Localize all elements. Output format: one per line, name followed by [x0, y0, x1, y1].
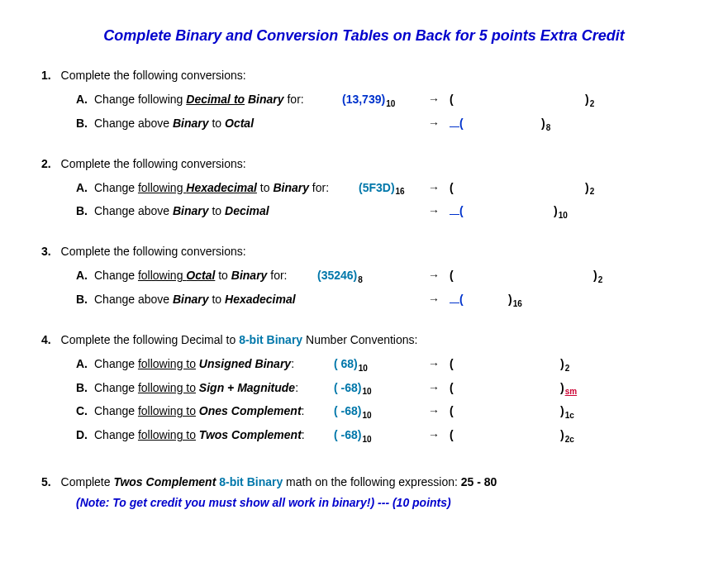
- q3a-pre: Change: [94, 269, 138, 282]
- question-1: 1. Complete the following conversions: A…: [41, 67, 687, 134]
- q1b-close-paren: ): [541, 117, 545, 130]
- q2-number: 2.: [41, 157, 51, 170]
- q1-header: 1. Complete the following conversions:: [41, 67, 687, 84]
- q1a-pre: Change following: [94, 93, 186, 106]
- q4-number: 4.: [41, 333, 51, 346]
- q4a-colon: :: [291, 357, 294, 370]
- arrow-icon: →: [428, 355, 446, 373]
- q4c-ones: Ones Complement: [196, 404, 302, 417]
- arrow-icon: →: [428, 426, 446, 444]
- q2-header: 2. Complete the following conversions:: [41, 155, 687, 173]
- q4b-label: B.: [76, 379, 88, 397]
- q3a-octal: Octal: [186, 269, 215, 282]
- q1b-blank-line: [450, 117, 459, 127]
- q2a-following: following: [138, 181, 186, 194]
- question-5: 5. Complete Twos Complement 8-bit Binary…: [41, 474, 687, 512]
- q4b-val-sub: 10: [362, 387, 371, 396]
- q4c-close-paren: ): [560, 404, 564, 417]
- q4-c: C. Change following to Ones Complement: …: [76, 403, 687, 422]
- q4a-following: following to: [138, 357, 196, 370]
- q4c-close: )1c: [560, 403, 574, 422]
- q1a-label: A.: [76, 91, 88, 108]
- q4b-close: )sm: [560, 379, 577, 398]
- q4-d: D. Change following to Twos Complement: …: [76, 426, 687, 445]
- q1b-label: B.: [76, 115, 88, 132]
- q2b-close-sub: 10: [559, 211, 568, 220]
- arrow-icon: →: [428, 115, 446, 132]
- q1-a: A. Change following Decimal to Binary fo…: [76, 91, 687, 110]
- q4c-val-sub: 10: [362, 411, 371, 420]
- q3-b: B. Change above Binary to Hexadecimal → …: [76, 291, 687, 310]
- q1a-post: for:: [284, 93, 304, 106]
- q4c-label: C.: [76, 403, 88, 420]
- q4a-value: ( 68)10: [334, 355, 425, 374]
- q4b-colon: :: [295, 381, 298, 394]
- q4c-colon: :: [302, 404, 305, 417]
- q2a-close-paren: ): [585, 181, 589, 194]
- q2b-mid: to: [209, 204, 225, 217]
- arrow-icon: →: [428, 267, 446, 284]
- arrow-icon: →: [428, 291, 446, 308]
- question-2: 2. Complete the following conversions: A…: [41, 155, 687, 222]
- q4d-close-paren: ): [560, 428, 564, 441]
- q4-header: 4. Complete the following Decimal to 8-b…: [41, 331, 687, 349]
- q4c-following: following to: [138, 404, 196, 417]
- q2-a: A. Change following Hexadecimal to Binar…: [76, 179, 687, 198]
- q4-header-pre: Complete the following Decimal to: [61, 333, 240, 346]
- q1a-binary: Binary: [245, 93, 283, 106]
- q2a-pre: Change: [94, 181, 138, 194]
- q4c-value: ( -68)10: [334, 403, 425, 422]
- q4d-val-sub: 10: [362, 435, 371, 444]
- q2b-pre: Change above: [94, 204, 173, 217]
- q2b-open-paren: (: [459, 202, 471, 220]
- q4d-close-sub: 2c: [565, 435, 574, 444]
- q3b-blank-line: [450, 293, 459, 303]
- q4c-pre: Change: [94, 404, 138, 417]
- q3a-binary: Binary: [231, 269, 268, 282]
- q4a-unsigned: Unsigned Binary: [196, 357, 291, 370]
- q4-header-post: Number Conventions:: [302, 333, 417, 346]
- q1b-close-sub: 8: [546, 123, 551, 132]
- q1b-octal: Octal: [225, 117, 254, 130]
- q5-twoscomp: Twos Complement: [113, 475, 216, 488]
- arrow-icon: →: [428, 403, 446, 420]
- q4d-twos: Twos Complement: [196, 428, 302, 441]
- q4c-val-num: ( -68): [334, 404, 361, 417]
- q5-header: 5. Complete Twos Complement 8-bit Binary…: [41, 474, 687, 491]
- q2-prompt: Complete the following conversions:: [61, 157, 246, 170]
- q4b-following: following to: [138, 381, 196, 394]
- q1a-close: )2: [585, 91, 594, 110]
- q2a-label: A.: [76, 179, 88, 197]
- q4a-val-num: ( 68): [334, 357, 358, 370]
- q4-b: B. Change following to Sign + Magnitude:…: [76, 379, 687, 398]
- q5-expression: 25 - 80: [461, 475, 497, 488]
- q1a-val-num: (13,739): [342, 93, 385, 106]
- q5-post: math on the following expression:: [283, 475, 461, 488]
- q1a-value: (13,739)10: [342, 91, 425, 110]
- q4c-text: Change following to Ones Complement:: [94, 403, 334, 420]
- q4a-text: Change following to Unsigned Binary:: [94, 355, 334, 373]
- q2a-post: for:: [309, 181, 329, 194]
- q3b-close-paren: ): [508, 293, 512, 306]
- q1b-pre: Change above: [94, 117, 173, 130]
- q4a-val-sub: 10: [359, 364, 368, 373]
- q1b-binary: Binary: [173, 117, 209, 130]
- q2b-close: )10: [554, 202, 568, 222]
- q1a-close-paren: ): [585, 93, 589, 106]
- q4b-val-num: ( -68): [334, 381, 361, 394]
- q2b-blank-line: [450, 205, 459, 216]
- q3-prompt: Complete the following conversions:: [61, 245, 246, 258]
- q3a-close-sub: 2: [598, 275, 603, 284]
- q3b-label: B.: [76, 291, 88, 308]
- q2b-label: B.: [76, 202, 88, 220]
- q3-a: A. Change following Octal to Binary for:…: [76, 267, 687, 286]
- q2-b: B. Change above Binary to Decimal → ( )1…: [76, 202, 687, 222]
- q1b-text: Change above Binary to Octal: [94, 115, 342, 132]
- q4-a: A. Change following to Unsigned Binary: …: [76, 355, 687, 374]
- q1a-open-paren: (: [450, 91, 461, 108]
- q1a-val-sub: 10: [386, 99, 395, 108]
- q4d-colon: :: [302, 428, 305, 441]
- q3b-close-sub: 16: [513, 299, 522, 308]
- q4d-val-num: ( -68): [334, 428, 361, 441]
- q5-prompt: Complete Twos Complement 8-bit Binary ma…: [61, 475, 497, 488]
